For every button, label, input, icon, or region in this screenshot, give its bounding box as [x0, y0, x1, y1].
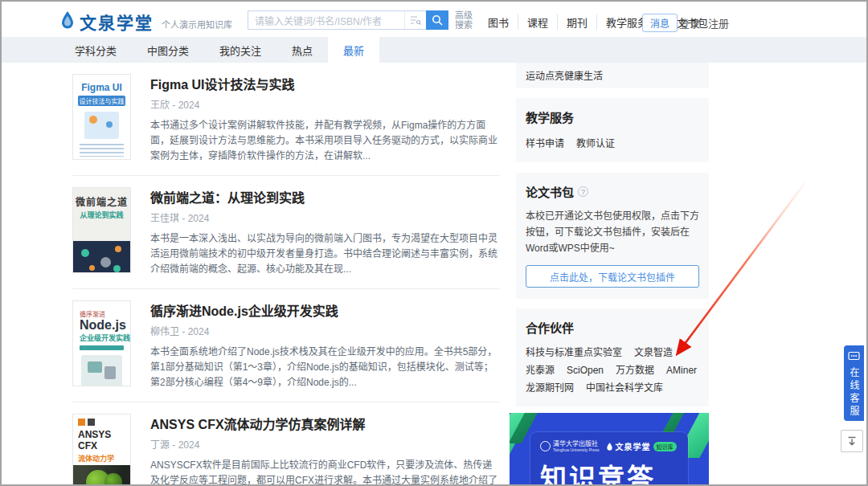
category-tabbar: 学科分类 中图分类 我的关注 热点 最新 — [2, 37, 866, 63]
press-emblem-icon — [540, 441, 551, 451]
paper-bag-card: 论文书包 ? 本校已开通论文书包使用权限，点击下方按钮，可下载论文书包插件，安装… — [516, 173, 709, 299]
cover-text-lines — [80, 144, 124, 157]
book-list: Figma UI 设计技法与实践 Figma UI设计技法与实践 王欣 - 20… — [72, 63, 500, 486]
logo-drop-icon — [606, 442, 613, 451]
quiz-promo-banner[interactable]: 清华大学出版社 Tsinghua University Press 文泉学堂 知… — [510, 413, 709, 486]
book-title[interactable]: 微前端之道：从理论到实践 — [150, 187, 500, 206]
book-description: 本书全面系统地介绍了Node.js技术栈及其在企业级开发中的应用。全书共5部分，… — [150, 345, 500, 390]
teaching-services-card: 教学服务 样书申请 教师认证 — [516, 98, 709, 162]
online-customer-service-tab[interactable]: 在线客服 — [844, 345, 864, 421]
book-item-nodejs: 循序渐进 Node.js 企业级开发实践 循序渐进Node.js企业级开发实践 … — [72, 289, 500, 402]
help-icon[interactable]: ? — [578, 186, 588, 197]
register-link[interactable]: 注册 — [708, 15, 729, 31]
search-placeholder: 请输入关键词/书名/ISBN/作者 — [248, 14, 404, 27]
logo-text: 文泉学堂 — [80, 10, 154, 34]
partner-link[interactable]: 科技与标准重点实验室 — [526, 346, 622, 359]
book-author-year: 丁源 - 2024 — [150, 437, 500, 451]
tab-hot[interactable]: 热点 — [276, 37, 328, 63]
link-teacher-certification[interactable]: 教师认证 — [576, 136, 615, 149]
banner-panel: 清华大学出版社 Tsinghua University Press 文泉学堂 知… — [530, 432, 688, 486]
card-title: 教学服务 — [526, 108, 699, 125]
book-cover[interactable]: Figma UI 设计技法与实践 — [72, 74, 131, 160]
partner-link[interactable]: SciOpen — [567, 364, 604, 377]
book-title[interactable]: ANSYS CFX流体动力学仿真案例详解 — [150, 414, 500, 433]
book-description: ANSYSCFX软件是目前国际上比较流行的商业CFD软件，只要涉及流体、热传递及… — [150, 458, 500, 486]
messages-button[interactable]: 消息 — [642, 14, 678, 32]
nav-courses[interactable]: 课程 — [518, 14, 557, 30]
nav-books[interactable]: 图书 — [479, 14, 518, 30]
book-item-ansys-cfx: ANSYS CFX 流体动力学 仿真案例详解 ANSYS CFX流体动力学仿真案… — [72, 402, 500, 486]
book-item-micro-frontend: 微前端之道 从理论到实践 微前端之道：从理论到实践 王佳琪 - 2024 本书是… — [72, 176, 500, 289]
partner-link[interactable]: 龙源期刊网 — [526, 382, 574, 394]
arrow-down-to-line-icon — [846, 435, 858, 447]
book-cover[interactable]: 循序渐进 Node.js 企业级开发实践 — [72, 300, 131, 386]
tab-latest[interactable]: 最新 — [328, 37, 379, 63]
book-cover[interactable]: 微前端之道 从理论到实践 — [72, 187, 131, 273]
search-input[interactable]: 请输入关键词/书名/ISBN/作者 — [248, 10, 426, 30]
link-sample-book-apply[interactable]: 样书申请 — [526, 136, 564, 149]
book-description: 本书是一本深入浅出、以实战为导向的微前端入门图书，专为渴望在大型项目中灵活运用微… — [150, 231, 500, 277]
wenquan-logo: 文泉学堂 知识库 — [606, 440, 677, 452]
partner-link[interactable]: 文泉智造 — [634, 346, 673, 359]
tab-clc-category[interactable]: 中图分类 — [132, 37, 204, 63]
book-author-year: 柳伟卫 - 2024 — [150, 324, 500, 337]
tab-my-follows[interactable]: 我的关注 — [204, 37, 276, 63]
partner-link[interactable]: 万方数据 — [616, 364, 654, 377]
scroll-to-bottom-button[interactable] — [841, 430, 863, 452]
cover-illustration — [73, 465, 130, 486]
customer-service-label: 在线客服 — [847, 367, 861, 419]
banner-title: 知识竞答 — [540, 457, 688, 486]
book-title[interactable]: 循序渐进Node.js企业级开发实践 — [150, 300, 500, 320]
chat-bubble-icon — [848, 351, 860, 362]
tab-subject-category[interactable]: 学科分类 — [59, 37, 132, 63]
book-cover[interactable]: ANSYS CFX 流体动力学 仿真案例详解 — [72, 414, 131, 486]
cover-illustration — [81, 355, 122, 386]
partner-link[interactable]: 兆泰源 — [526, 364, 555, 377]
activity-text[interactable]: 运动点亮健康生活 — [526, 71, 603, 82]
login-link[interactable]: 登录 — [679, 15, 700, 31]
sidebar: 运动点亮健康生活 教学服务 样书申请 教师认证 论文书包 ? 本校已开通论文书包… — [510, 63, 709, 486]
partners-card: 合作伙伴 科技与标准重点实验室 文泉智造 兆泰源 SciOpen 万方数据 AM… — [516, 308, 709, 406]
card-title: 合作伙伴 — [526, 319, 699, 336]
book-item-figma: Figma UI 设计技法与实践 Figma UI设计技法与实践 王欣 - 20… — [72, 63, 500, 176]
search-button[interactable] — [426, 10, 448, 30]
header: 文泉学堂 个人演示用知识库 请输入关键词/书名/ISBN/作者 高级 搜索 图书… — [2, 3, 866, 37]
filter-list-icon[interactable] — [404, 11, 426, 29]
nav-journals[interactable]: 期刊 — [557, 14, 596, 30]
cover-band — [80, 345, 124, 350]
activity-card-fragment: 运动点亮健康生活 — [516, 63, 709, 88]
book-title[interactable]: Figma UI设计技法与实践 — [150, 74, 500, 93]
partner-link[interactable]: AMiner — [666, 364, 697, 377]
tsinghua-press-logo: 清华大学出版社 Tsinghua University Press — [540, 441, 600, 452]
book-author-year: 王佳琪 - 2024 — [150, 210, 500, 224]
advanced-search-link[interactable]: 高级 搜索 — [453, 10, 474, 30]
logo[interactable]: 文泉学堂 个人演示用知识库 — [59, 10, 232, 34]
cover-publisher-marks — [78, 419, 130, 426]
search-icon — [432, 14, 443, 26]
knowledge-base-badge: 知识库 — [653, 442, 677, 451]
book-author-year: 王欣 - 2024 — [150, 97, 500, 111]
logo-subtitle: 个人演示用知识库 — [162, 18, 232, 31]
download-paper-bag-plugin-button[interactable]: 点击此处，下载论文书包插件 — [526, 265, 699, 288]
cover-illustration — [73, 241, 130, 273]
paper-bag-description: 本校已开通论文书包使用权限，点击下方按钮，可下载论文书包插件，安装后在Word或… — [526, 208, 699, 256]
page: 文泉学堂 个人演示用知识库 请输入关键词/书名/ISBN/作者 高级 搜索 图书… — [0, 0, 868, 486]
partner-link[interactable]: 中国社会科学文库 — [586, 382, 663, 394]
logo-drop-icon — [59, 10, 76, 33]
book-description: 本书通过多个设计案例讲解软件技能，并配有教学视频，从Figma操作的方方面面，延… — [150, 118, 500, 164]
cover-illustration — [84, 112, 119, 139]
auth-links: 登录 注册 — [679, 15, 729, 31]
card-title: 论文书包 — [526, 183, 574, 200]
